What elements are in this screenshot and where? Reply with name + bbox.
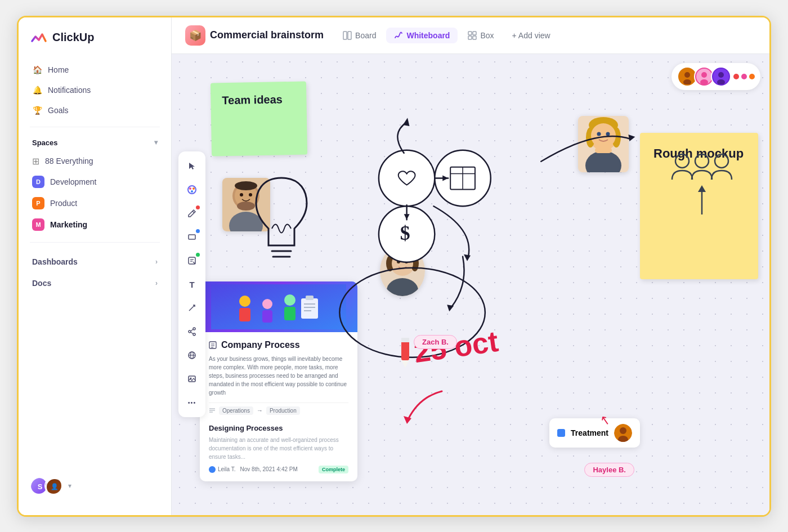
tool-more[interactable]: •••: [182, 392, 202, 413]
logo-area[interactable]: ClickUp: [19, 29, 171, 60]
grid-icon: ⊞: [32, 156, 39, 167]
svg-rect-3: [473, 32, 476, 35]
share-icon: [187, 327, 196, 336]
page-title: Commercial brainstorm: [210, 29, 324, 41]
sidebar-dashboards[interactable]: Dashboards ›: [19, 249, 171, 271]
tab-box-label: Box: [480, 31, 494, 40]
tab-box[interactable]: Box: [460, 28, 502, 43]
pencil-icon: [187, 209, 196, 218]
person-label-zach: Zach B.: [414, 335, 457, 349]
rect-dot: [196, 229, 200, 233]
development-label: Development: [50, 177, 97, 186]
people-icons-group: [665, 147, 738, 222]
svg-line-19: [191, 329, 193, 331]
tool-select[interactable]: [182, 156, 202, 176]
tool-color[interactable]: [182, 180, 202, 200]
svg-rect-4: [468, 36, 472, 39]
spaces-header[interactable]: Spaces ▾: [19, 134, 171, 151]
sidebar-item-development[interactable]: D Development: [19, 171, 171, 193]
whiteboard-canvas[interactable]: T: [172, 54, 769, 515]
tool-note[interactable]: [182, 251, 202, 271]
svg-point-107: [620, 427, 626, 434]
svg-marker-93: [464, 254, 471, 261]
left-toolbar: T: [178, 151, 205, 417]
sidebar-bottom: S 👤 ▾: [19, 468, 171, 504]
haylee-label-text: Haylee B.: [593, 466, 626, 474]
everything-label: 88 Everything: [45, 157, 93, 166]
topbar: 📦 Commercial brainstorm Board Whiteboard: [172, 17, 769, 54]
svg-rect-5: [473, 36, 476, 39]
zach-label-text: Zach B.: [422, 338, 449, 346]
svg-line-15: [189, 305, 195, 311]
product-badge: P: [32, 197, 44, 209]
nav-home[interactable]: 🏠 Home: [25, 60, 164, 79]
nav-goals-label: Goals: [48, 106, 69, 115]
svg-line-10: [192, 211, 194, 213]
nav-goals[interactable]: 🏆 Goals: [25, 101, 164, 120]
add-view-label: + Add view: [512, 31, 550, 40]
svg-point-18: [193, 333, 195, 336]
nav-notifications[interactable]: 🔔 Notifications: [25, 81, 164, 100]
tool-rect[interactable]: [182, 227, 202, 247]
svg-point-83: [379, 150, 435, 205]
select-icon: [187, 162, 196, 171]
product-label: Product: [50, 199, 77, 208]
whiteboard-icon: [394, 31, 403, 40]
svg-point-97: [675, 154, 689, 168]
tool-pencil[interactable]: [182, 203, 202, 223]
add-view-button[interactable]: + Add view: [504, 28, 558, 43]
sidebar-item-product[interactable]: P Product: [19, 193, 171, 214]
main-area: 📦 Commercial brainstorm Board Whiteboard: [172, 17, 769, 515]
sidebar-divider-1: [30, 127, 160, 127]
svg-line-20: [191, 332, 193, 334]
dashboards-chevron: ›: [155, 258, 158, 266]
sidebar-docs[interactable]: Docs ›: [19, 271, 171, 292]
tool-connector[interactable]: [182, 298, 202, 318]
svg-rect-1: [348, 32, 351, 39]
rect-icon: [187, 233, 196, 242]
red-pencil: [397, 335, 414, 369]
docs-chevron: ›: [155, 279, 158, 287]
home-icon: 🏠: [32, 65, 42, 75]
main-nav: 🏠 Home 🔔 Notifications 🏆 Goals: [19, 60, 171, 120]
svg-marker-96: [447, 305, 454, 311]
treatment-avatar: [614, 424, 632, 442]
tab-board[interactable]: Board: [335, 28, 384, 43]
svg-point-17: [193, 328, 195, 330]
svg-point-8: [192, 187, 195, 190]
clickup-logo-icon: [30, 29, 48, 47]
pink-arrow: [397, 386, 453, 431]
spaces-chevron: ▾: [154, 138, 158, 146]
tool-share[interactable]: [182, 321, 202, 342]
sidebar-item-marketing[interactable]: M Marketing: [19, 214, 171, 235]
tool-globe[interactable]: [182, 345, 202, 365]
tool-image[interactable]: [182, 369, 202, 389]
more-icon: •••: [188, 399, 196, 406]
svg-marker-90: [403, 117, 411, 126]
treatment-card[interactable]: Treatment: [549, 418, 640, 448]
user-menu-chevron[interactable]: ▾: [68, 482, 71, 490]
svg-rect-0: [343, 32, 347, 39]
svg-marker-94: [628, 135, 635, 141]
dashboards-label: Dashboards: [32, 257, 78, 266]
pencil-dot: [196, 205, 200, 209]
svg-text:$: $: [400, 221, 410, 244]
color-icon: [187, 185, 197, 195]
user-avatars[interactable]: S 👤: [30, 477, 62, 495]
avatar-user2[interactable]: 👤: [44, 477, 62, 495]
canvas-drawings: $: [172, 54, 769, 515]
sidebar: ClickUp 🏠 Home 🔔 Notifications 🏆 Goals S…: [19, 17, 172, 515]
development-badge: D: [32, 176, 44, 188]
view-tabs: Board Whiteboard Box: [335, 28, 558, 43]
connector-icon: [187, 303, 196, 312]
people-icons-svg: [665, 147, 738, 220]
breadcrumb-icon: 📦: [185, 25, 205, 46]
nav-home-label: Home: [48, 65, 69, 74]
globe-icon: [187, 351, 196, 360]
tab-whiteboard[interactable]: Whiteboard: [386, 28, 458, 43]
treatment-color-sq: [557, 429, 565, 437]
treatment-person-icon: [614, 424, 632, 442]
sidebar-item-everything[interactable]: ⊞ 88 Everything: [19, 151, 171, 171]
tool-text[interactable]: T: [182, 274, 202, 294]
nav-notifications-label: Notifications: [48, 86, 91, 95]
